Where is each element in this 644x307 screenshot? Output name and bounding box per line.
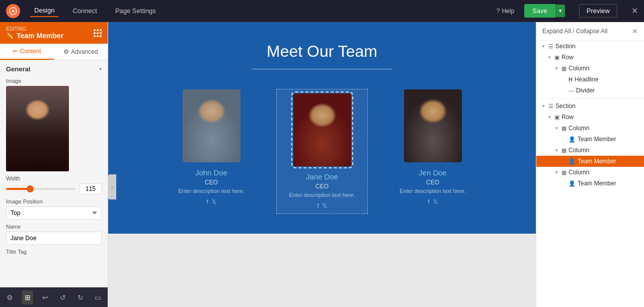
editing-label: EDITING bbox=[6, 26, 63, 32]
member-3-social: f 𝕏 bbox=[387, 198, 478, 206]
save-button-group: Save ▾ bbox=[524, 4, 565, 18]
nav-page-settings[interactable]: Page Settings bbox=[111, 5, 160, 17]
tree-label-row2: Row bbox=[561, 114, 640, 121]
twitter-icon-2[interactable]: 𝕏 bbox=[322, 202, 327, 210]
pencil-icon: ✏ bbox=[13, 48, 18, 55]
member-2-image bbox=[293, 93, 351, 166]
facebook-icon-2[interactable]: f bbox=[317, 202, 319, 210]
toggle-section-2[interactable]: ▾ bbox=[540, 104, 546, 109]
tree-col-2c[interactable]: ▾ ▦ Column bbox=[536, 167, 644, 178]
nav-connect[interactable]: Connect bbox=[68, 5, 101, 17]
member-1-role: CEO bbox=[166, 179, 257, 186]
right-panel-close-button[interactable]: ✕ bbox=[632, 27, 638, 35]
image-preview[interactable] bbox=[6, 86, 69, 171]
undo-button[interactable]: ↺ bbox=[57, 290, 68, 304]
row-icon-1: ▣ bbox=[554, 54, 559, 61]
width-row bbox=[6, 183, 102, 194]
toggle-col-2b[interactable]: ▾ bbox=[553, 148, 559, 153]
tree-section-2[interactable]: ▾ ☰ Section bbox=[536, 100, 644, 112]
headline-icon: H bbox=[569, 76, 573, 82]
twitter-icon-3[interactable]: 𝕏 bbox=[433, 198, 438, 206]
redo-button[interactable]: ↻ bbox=[74, 290, 86, 304]
main-layout: EDITING ✏️ Team Member ✏ Content ⚙ Advan… bbox=[0, 22, 644, 307]
col-icon-2a: ▦ bbox=[561, 125, 567, 132]
canvas-blue-section[interactable]: Meet Our Team John Doe CEO Enter descrip… bbox=[108, 22, 536, 234]
member-3-desc: Enter description text here. bbox=[387, 188, 478, 194]
general-section-header[interactable]: General ▾ bbox=[6, 65, 102, 73]
tab-advanced[interactable]: ⚙ Advanced bbox=[54, 44, 108, 60]
member-2-social: f 𝕏 bbox=[281, 202, 363, 210]
member-1-name: John Doe bbox=[166, 168, 257, 177]
preview-button[interactable]: Preview bbox=[579, 4, 617, 18]
toggle-col-2c[interactable]: ▾ bbox=[553, 170, 559, 175]
member-1-desc: Enter description text here. bbox=[166, 188, 257, 194]
close-button[interactable]: ✕ bbox=[631, 6, 638, 16]
settings-bottom-button[interactable]: ⚙ bbox=[4, 290, 16, 304]
tree-team-member-2[interactable]: 👤 Team Member bbox=[536, 156, 644, 167]
title-tag-label: Title Tag bbox=[6, 249, 102, 255]
name-field-label: Name bbox=[6, 224, 102, 230]
grid-dots-icon[interactable] bbox=[94, 29, 102, 37]
member-2-desc: Enter description text here. bbox=[281, 192, 363, 198]
team-member-1[interactable]: John Doe CEO Enter description text here… bbox=[166, 89, 257, 206]
image-position-select[interactable]: Top Left Right bbox=[6, 207, 102, 220]
nav-design[interactable]: Design bbox=[30, 5, 58, 17]
tree-team-member-1[interactable]: 👤 Team Member bbox=[536, 134, 644, 145]
tree-row-2[interactable]: ▾ ▣ Row bbox=[536, 112, 644, 123]
toggle-section-1[interactable]: ▾ bbox=[540, 44, 546, 49]
tree-divider-item[interactable]: — Divider bbox=[536, 85, 644, 96]
device-button[interactable]: ▭ bbox=[92, 290, 104, 304]
toggle-row-1[interactable]: ▾ bbox=[546, 55, 552, 60]
tree-label-col2a: Column bbox=[569, 125, 640, 132]
widget-button[interactable]: ⊞ bbox=[22, 290, 33, 304]
tree-col-2b[interactable]: ▾ ▦ Column bbox=[536, 145, 644, 156]
tree-section-1[interactable]: ▾ ☰ Section bbox=[536, 41, 644, 52]
toggle-col-2a[interactable]: ▾ bbox=[553, 126, 559, 131]
tree-team-member-3[interactable]: 👤 Team Member bbox=[536, 178, 644, 189]
facebook-icon-3[interactable]: f bbox=[428, 198, 430, 206]
width-field-label: Width bbox=[6, 175, 102, 181]
twitter-icon-1[interactable]: 𝕏 bbox=[211, 198, 216, 206]
member-3-image bbox=[404, 89, 462, 162]
tree-label-section2: Section bbox=[555, 103, 640, 110]
app-logo bbox=[6, 4, 20, 18]
tree-label-col1: Column bbox=[569, 65, 640, 72]
team-member-icon-3: 👤 bbox=[569, 180, 576, 187]
history-button[interactable]: ↩ bbox=[39, 290, 51, 304]
toggle-col-1[interactable]: ▾ bbox=[553, 66, 559, 71]
member-3-role: CEO bbox=[387, 179, 478, 186]
tree-label-row1: Row bbox=[561, 54, 640, 61]
team-member-3[interactable]: Jen Doe CEO Enter description text here.… bbox=[387, 89, 478, 206]
team-member-icon-1: 👤 bbox=[569, 136, 576, 143]
tree-headline[interactable]: H Headline bbox=[536, 74, 644, 85]
top-navigation: Design Connect Page Settings ? Help Save… bbox=[0, 0, 644, 22]
save-button[interactable]: Save bbox=[524, 4, 555, 18]
team-member-2[interactable]: Jane Doe CEO Enter description text here… bbox=[277, 89, 367, 214]
tree-label-tm1: Team Member bbox=[578, 136, 640, 143]
image-position-label: Image Position bbox=[6, 198, 102, 204]
member-1-social: f 𝕏 bbox=[166, 198, 257, 206]
name-input[interactable] bbox=[6, 232, 102, 245]
toggle-row-2[interactable]: ▾ bbox=[546, 115, 552, 120]
member-3-name: Jen Doe bbox=[387, 168, 478, 177]
collapse-panel-button[interactable]: ‹ bbox=[108, 174, 116, 199]
tab-content[interactable]: ✏ Content bbox=[0, 44, 54, 60]
help-button[interactable]: ? Help bbox=[497, 8, 514, 15]
panel-header: EDITING ✏️ Team Member bbox=[0, 22, 108, 44]
left-panel: EDITING ✏️ Team Member ✏ Content ⚙ Advan… bbox=[0, 22, 108, 307]
tree-col-2a[interactable]: ▾ ▦ Column bbox=[536, 123, 644, 134]
expand-collapse-label: Expand All / Collapse All bbox=[542, 28, 607, 35]
facebook-icon-1[interactable]: f bbox=[206, 198, 208, 206]
col-icon-2b: ▦ bbox=[561, 147, 567, 154]
tree-col-1[interactable]: ▾ ▦ Column bbox=[536, 63, 644, 74]
right-panel-header: Expand All / Collapse All ✕ bbox=[536, 22, 644, 41]
save-dropdown-button[interactable]: ▾ bbox=[555, 5, 565, 17]
tree-row-1[interactable]: ▾ ▣ Row bbox=[536, 52, 644, 63]
tree-label-section1: Section bbox=[555, 43, 640, 50]
image-position-select-wrapper: Top Left Right bbox=[6, 207, 102, 220]
width-slider[interactable] bbox=[6, 185, 75, 193]
divider-icon: — bbox=[569, 87, 574, 93]
width-input[interactable] bbox=[79, 183, 102, 194]
canvas-empty-area[interactable] bbox=[108, 234, 536, 307]
tree-label-col2c: Column bbox=[569, 169, 640, 176]
